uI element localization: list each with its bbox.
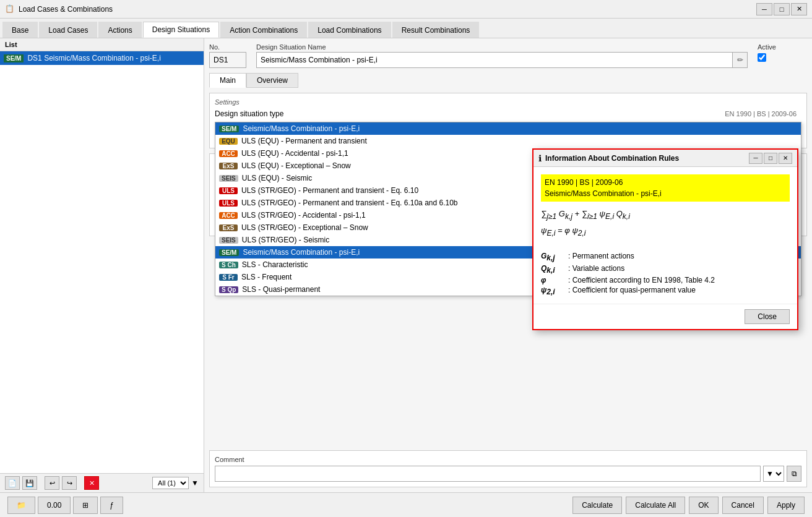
- apply-button[interactable]: Apply: [767, 497, 805, 514]
- situation-type-label: Design situation type: [215, 109, 314, 118]
- label-3: ULS (EQU) - Exceptional – Snow: [241, 161, 351, 170]
- cancel-button[interactable]: Cancel: [722, 497, 764, 514]
- highlight-line1: EN 1990 | BS | 2009-06: [545, 177, 786, 188]
- redo-button[interactable]: ↪: [62, 476, 77, 490]
- close-button[interactable]: ✕: [791, 3, 807, 15]
- list-badge: SE/M: [4, 54, 24, 62]
- badge-11: S Ch: [219, 262, 238, 268]
- footer-tools: 📄 💾 ↩ ↪ ✕: [5, 476, 99, 490]
- menu-tabs: Base Load Cases Actions Design Situation…: [0, 19, 812, 38]
- label-4: ULS (EQU) - Seismic: [242, 174, 312, 182]
- active-field-group: Active: [758, 43, 807, 62]
- comment-row: ▼ ⧉: [215, 466, 801, 482]
- dialog-close-button[interactable]: Close: [745, 309, 790, 324]
- legend-key-1: Qk,i: [541, 264, 566, 275]
- grid-button[interactable]: ⊞: [73, 497, 98, 514]
- inner-tab-strip: Main Overview: [209, 73, 807, 88]
- comment-input[interactable]: [215, 466, 761, 482]
- open-button[interactable]: 📁: [7, 497, 35, 514]
- highlight-line2: Seismic/Mass Combination - psi-E,i: [545, 188, 786, 199]
- delete-button[interactable]: ✕: [84, 476, 99, 490]
- dialog-highlight: EN 1990 | BS | 2009-06 Seismic/Mass Comb…: [541, 174, 790, 202]
- tab-action-combinations[interactable]: Action Combinations: [220, 22, 307, 38]
- save-button[interactable]: 💾: [22, 476, 37, 490]
- calculate-all-button[interactable]: Calculate All: [626, 497, 685, 514]
- active-checkbox[interactable]: [758, 53, 766, 62]
- dialog-controls: ─ □ ✕: [749, 153, 792, 164]
- title-bar: 📋 Load Cases & Combinations ─ □ ✕: [0, 0, 812, 19]
- label-6: ULS (STR/GEO) - Permanent and transient …: [241, 199, 458, 207]
- name-input[interactable]: [257, 54, 732, 66]
- filter-area: All (1) ▼: [152, 477, 199, 489]
- new-button[interactable]: 📄: [5, 476, 20, 490]
- tab-main[interactable]: Main: [209, 73, 246, 88]
- badge-4: SEIS: [219, 175, 238, 182]
- badge-2: ACC: [219, 150, 238, 157]
- bottom-bar: 📁 0.00 ⊞ ƒ Calculate Calculate All OK Ca…: [0, 492, 812, 517]
- tab-load-cases[interactable]: Load Cases: [39, 22, 97, 38]
- tab-base[interactable]: Base: [2, 22, 38, 38]
- legend-desc-0: : Permanent actions: [568, 252, 790, 262]
- filter-select[interactable]: All (1): [152, 477, 189, 489]
- no-field-group: No. DS1: [209, 43, 246, 68]
- legend-desc-1: : Variable actions: [568, 264, 790, 275]
- header-row: No. DS1 Design Situation Name ✏ Active: [209, 43, 807, 68]
- label-7: ULS (STR/GEO) - Accidental - psi-1,1: [241, 211, 366, 220]
- badge-9: SEIS: [219, 237, 238, 244]
- tab-load-combinations[interactable]: Load Combinations: [308, 22, 391, 38]
- formula1: ∑j≥1 Gk,j + ∑i≥1 ψE,i Qk,i: [541, 209, 790, 221]
- list-item[interactable]: SE/M DS1 Seismic/Mass Combination - psi-…: [0, 51, 204, 65]
- badge-1: EQU: [219, 138, 238, 145]
- filter-dropdown-icon: ▼: [191, 479, 199, 487]
- dialog-close-x[interactable]: ✕: [779, 153, 792, 164]
- window-controls: ─ □ ✕: [756, 3, 807, 15]
- tab-design-situations[interactable]: Design Situations: [143, 22, 219, 38]
- tab-result-combinations[interactable]: Result Combinations: [392, 22, 480, 38]
- edit-icon[interactable]: ✏: [732, 53, 747, 67]
- label-12: SLS - Frequent: [241, 273, 292, 281]
- dropdown-item-1[interactable]: EQU ULS (EQU) - Permanent and transient: [215, 135, 801, 147]
- no-value: DS1: [209, 52, 246, 68]
- window-title: Load Cases & Combinations: [19, 5, 756, 14]
- dialog-title: Information About Combination Rules: [545, 154, 749, 163]
- dialog-minimize[interactable]: ─: [749, 153, 762, 164]
- bottom-left-tools: 📁 0.00 ⊞ ƒ: [7, 497, 123, 514]
- list-header: List: [0, 38, 204, 51]
- tab-actions[interactable]: Actions: [98, 22, 141, 38]
- label-5: ULS (STR/GEO) - Permanent and transient …: [241, 186, 418, 195]
- situation-type-row: Design situation type EN 1990 | BS | 200…: [215, 109, 801, 118]
- badge-5: ULS: [219, 187, 238, 194]
- label-1: ULS (EQU) - Permanent and transient: [241, 137, 367, 145]
- name-label: Design Situation Name: [256, 43, 748, 51]
- values-button[interactable]: 0.00: [38, 497, 71, 514]
- ok-button[interactable]: OK: [689, 497, 718, 514]
- badge-0: SE/M: [219, 126, 239, 132]
- calculate-button[interactable]: Calculate: [572, 497, 622, 514]
- dialog-close-row: Close: [533, 304, 797, 329]
- legend-desc-2: : Coefficient according to EN 1998, Tabl…: [568, 276, 790, 284]
- formula-button[interactable]: ƒ: [100, 497, 123, 514]
- name-field-group: Design Situation Name ✏: [256, 43, 748, 68]
- legend-key-0: Gk,j: [541, 252, 566, 262]
- maximize-button[interactable]: □: [774, 3, 790, 15]
- comment-label: Comment: [215, 456, 801, 463]
- comment-dropdown[interactable]: ▼: [763, 466, 784, 482]
- legend-key-2: φ: [541, 276, 566, 284]
- badge-7: ACC: [219, 212, 238, 219]
- dropdown-item-0[interactable]: SE/M Seismic/Mass Combination - psi-E,i: [215, 122, 801, 135]
- dialog-maximize[interactable]: □: [764, 153, 777, 164]
- minimize-button[interactable]: ─: [756, 3, 772, 15]
- left-panel: List SE/M DS1 Seismic/Mass Combination -…: [0, 38, 204, 492]
- badge-3: ExS: [219, 163, 238, 169]
- label-0: Seismic/Mass Combination - psi-E,i: [243, 124, 360, 133]
- tab-overview[interactable]: Overview: [246, 73, 298, 88]
- legend-desc-3: : Coefficient for quasi-permanent value: [568, 286, 790, 296]
- comment-copy-button[interactable]: ⧉: [787, 466, 801, 482]
- undo-button[interactable]: ↩: [45, 476, 59, 490]
- app-icon: 📋: [5, 4, 15, 14]
- dialog-title-bar: ℹ Information About Combination Rules ─ …: [533, 150, 797, 167]
- situation-type-dropdown: Seismic/Mass Combination - psi-E,i ℹ SE/…: [215, 122, 801, 138]
- settings-label: Settings: [215, 98, 801, 106]
- no-label: No.: [209, 43, 246, 51]
- situation-type-standard: EN 1990 | BS | 2009-06: [314, 110, 801, 118]
